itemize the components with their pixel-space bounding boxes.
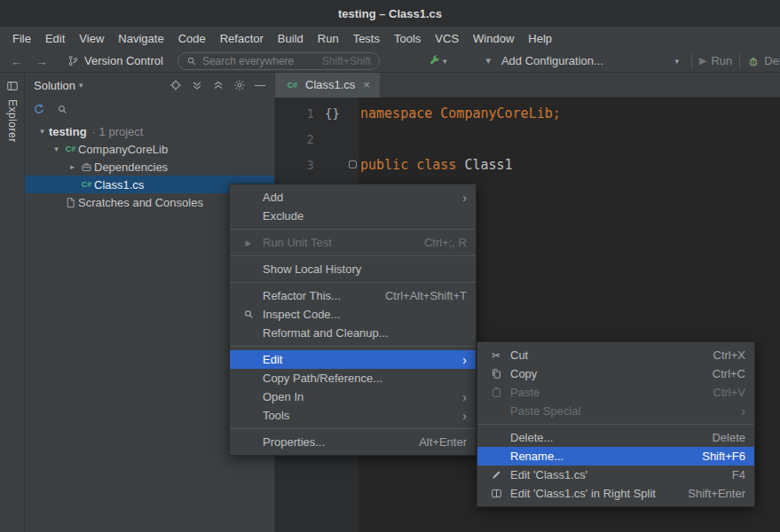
search-everywhere-box[interactable]: Search everywhere Shift+Shift bbox=[177, 52, 380, 70]
run-button-label: Run bbox=[711, 54, 732, 67]
menu-view[interactable]: View bbox=[72, 32, 111, 45]
main-toolbar: ← → Version Control Search everywhere Sh… bbox=[0, 50, 780, 73]
submenu-item-paste[interactable]: Paste Ctrl+V bbox=[477, 383, 754, 402]
context-menu-item-run-unit-test[interactable]: ▶ Run Unit Test Ctrl+;, R bbox=[230, 233, 476, 252]
search-placeholder: Search everywhere bbox=[202, 55, 294, 67]
explorer-stripe-button[interactable]: Explorer bbox=[6, 80, 19, 143]
context-menu-item-properties[interactable]: Properties... Alt+Enter bbox=[230, 433, 476, 451]
tree-row-companycorelib[interactable]: ▾ C# CompanyCoreLib bbox=[25, 140, 274, 158]
bug-icon bbox=[747, 55, 760, 67]
context-menu-item-refactor-this[interactable]: Refactor This... Ctrl+Alt+Shift+T bbox=[230, 286, 476, 305]
submenu-item-paste-special[interactable]: Paste Special › bbox=[477, 402, 754, 420]
run-configuration-select[interactable]: Add Configuration... ▾ bbox=[496, 54, 684, 67]
collapse-all-icon[interactable] bbox=[212, 79, 225, 91]
version-control-widget[interactable]: Version Control bbox=[67, 54, 163, 67]
tab-class1[interactable]: C# Class1.cs × bbox=[275, 73, 380, 98]
tree-item-label: testing bbox=[49, 125, 87, 138]
tool-window-icon bbox=[6, 80, 19, 92]
context-menu-item-show-local-history[interactable]: Show Local History bbox=[230, 260, 476, 278]
menu-file[interactable]: File bbox=[5, 32, 38, 45]
play-icon: ▶ bbox=[699, 55, 706, 66]
forward-icon[interactable]: → bbox=[35, 54, 48, 68]
locate-file-icon[interactable] bbox=[169, 79, 182, 91]
submenu-arrow-icon: › bbox=[462, 192, 467, 204]
toolbar-chevron-down-icon[interactable]: ▾ bbox=[485, 55, 491, 66]
scratches-icon bbox=[63, 197, 78, 208]
context-menu-item-copy-path-reference[interactable]: Copy Path/Reference... bbox=[230, 369, 476, 387]
tool-window-stripe: Explorer bbox=[0, 73, 25, 532]
run-button[interactable]: ▶ Run bbox=[699, 54, 732, 67]
fold-marker-icon[interactable] bbox=[349, 160, 357, 168]
chevron-right-icon[interactable]: ▸ bbox=[66, 162, 79, 171]
context-menu-item-add[interactable]: Add › bbox=[230, 188, 476, 207]
submenu-arrow-icon: › bbox=[462, 391, 467, 403]
context-menu-item-exclude[interactable]: Exclude bbox=[230, 207, 476, 225]
tree-row-dependencies[interactable]: ▸ Dependencies bbox=[25, 158, 274, 176]
explorer-stripe-label: Explorer bbox=[6, 99, 19, 143]
run-test-icon: ▶ bbox=[240, 239, 257, 247]
menu-build[interactable]: Build bbox=[271, 32, 311, 45]
menu-run[interactable]: Run bbox=[311, 32, 346, 45]
submenu-arrow-icon: › bbox=[462, 354, 467, 366]
edit-submenu: ✂ Cut Ctrl+X Copy Ctrl+C Paste Ctrl+V Pa… bbox=[477, 341, 755, 507]
braces-inlay-hint: {} bbox=[314, 106, 344, 121]
context-menu-item-tools[interactable]: Tools › bbox=[230, 406, 476, 425]
pencil-icon bbox=[487, 469, 505, 481]
submenu-item-copy[interactable]: Copy Ctrl+C bbox=[477, 364, 754, 383]
solution-panel-toolbar bbox=[25, 98, 274, 121]
search-icon[interactable] bbox=[57, 104, 68, 115]
csharp-project-icon: C# bbox=[63, 145, 78, 153]
menu-edit[interactable]: Edit bbox=[38, 32, 72, 45]
menu-refactor[interactable]: Refactor bbox=[213, 32, 271, 45]
context-menu-item-inspect-code[interactable]: Inspect Code... bbox=[230, 305, 476, 324]
settings-gear-icon[interactable] bbox=[233, 79, 246, 91]
tree-item-label: Dependencies bbox=[94, 160, 168, 174]
menu-window[interactable]: Window bbox=[466, 32, 521, 45]
expand-all-icon[interactable] bbox=[191, 79, 203, 91]
solution-view-selector[interactable]: Solution bbox=[34, 79, 75, 92]
menu-help[interactable]: Help bbox=[521, 32, 559, 45]
menu-navigate[interactable]: Navigate bbox=[111, 32, 170, 45]
submenu-item-delete[interactable]: Delete... Delete bbox=[477, 428, 754, 447]
menu-separator bbox=[230, 346, 476, 347]
debug-button[interactable]: Deb bbox=[747, 54, 780, 67]
paste-icon bbox=[487, 387, 505, 398]
window-title: testing – Class1.cs bbox=[338, 7, 442, 20]
close-tab-icon[interactable]: × bbox=[363, 78, 370, 91]
menu-code[interactable]: Code bbox=[171, 32, 213, 45]
menu-separator bbox=[230, 229, 476, 230]
chevron-down-icon[interactable]: ▾ bbox=[35, 127, 49, 136]
debug-button-label: Deb bbox=[764, 54, 780, 67]
csharp-file-icon: C# bbox=[79, 180, 94, 189]
menu-tests[interactable]: Tests bbox=[346, 32, 387, 45]
toolbar-divider bbox=[739, 54, 740, 68]
code-line: 1 {} namespace CompanyCoreLib; bbox=[275, 100, 780, 126]
back-icon[interactable]: ← bbox=[11, 54, 23, 68]
menu-separator bbox=[477, 424, 754, 425]
menu-vcs[interactable]: VCS bbox=[428, 32, 466, 45]
run-configuration-value: Add Configuration... bbox=[501, 54, 603, 67]
menu-tools[interactable]: Tools bbox=[387, 32, 428, 45]
context-menu-item-open-in[interactable]: Open In › bbox=[230, 387, 476, 406]
context-menu-item-edit[interactable]: Edit › bbox=[230, 350, 476, 369]
branch-icon bbox=[67, 55, 79, 66]
ide-window: testing – Class1.cs File Edit View Navig… bbox=[0, 0, 780, 532]
tree-item-label: Class1.cs bbox=[94, 178, 144, 192]
context-menu-item-reformat-and-cleanup[interactable]: Reformat and Cleanup... bbox=[230, 324, 476, 342]
version-control-label: Version Control bbox=[84, 54, 163, 67]
build-button[interactable]: ▾ bbox=[428, 54, 447, 67]
submenu-item-cut[interactable]: ✂ Cut Ctrl+X bbox=[477, 346, 754, 364]
sync-icon[interactable] bbox=[33, 103, 45, 115]
hide-panel-icon[interactable]: — bbox=[255, 79, 265, 91]
copy-icon bbox=[487, 368, 505, 379]
dependencies-icon bbox=[79, 161, 94, 173]
submenu-item-rename[interactable]: Rename... Shift+F6 bbox=[477, 447, 754, 466]
tree-row-testing[interactable]: ▾ testing · 1 project bbox=[25, 122, 274, 140]
submenu-item-edit-file-right-split[interactable]: Edit 'Class1.cs' in Right Split Shift+En… bbox=[477, 484, 754, 503]
tree-item-label: CompanyCoreLib bbox=[78, 143, 168, 156]
chevron-down-icon[interactable]: ▾ bbox=[50, 145, 63, 153]
chevron-down-icon: ▾ bbox=[443, 57, 447, 66]
cut-icon: ✂ bbox=[487, 349, 505, 362]
context-menu: Add › Exclude ▶ Run Unit Test Ctrl+;, R … bbox=[229, 184, 477, 456]
submenu-item-edit-file[interactable]: Edit 'Class1.cs' F4 bbox=[477, 466, 754, 484]
